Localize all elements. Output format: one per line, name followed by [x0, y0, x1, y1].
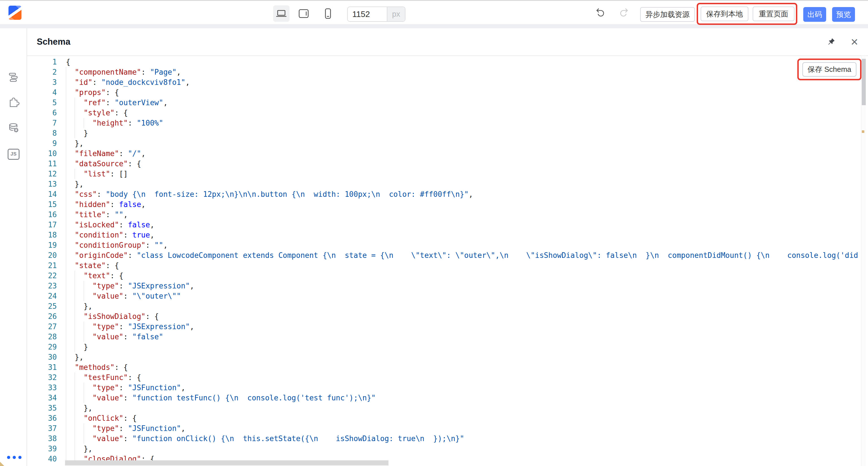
code-line[interactable]: 2 "componentName": "Page", — [27, 67, 863, 77]
line-number[interactable]: 11 — [27, 159, 57, 169]
sidebar-item-js-panel[interactable]: JS — [8, 148, 20, 160]
line-number[interactable]: 13 — [27, 179, 57, 189]
code-line[interactable]: 38 "value": "function onClick() {\n this… — [27, 433, 863, 444]
lowcode-engine-logo-icon[interactable] — [8, 6, 22, 20]
redo-button[interactable] — [619, 7, 629, 18]
line-number[interactable]: 31 — [27, 362, 57, 372]
canvas-width-input[interactable] — [348, 7, 387, 21]
code-line[interactable]: 14 "css": "body {\n font-size: 12px;\n}\… — [27, 189, 863, 199]
code-line[interactable]: 17 "isLocked": false, — [27, 220, 863, 230]
code-line[interactable]: 16 "title": "", — [27, 210, 863, 220]
device-phone-button[interactable] — [322, 7, 334, 20]
code-line[interactable]: 12 "list": [] — [27, 169, 863, 179]
code-line[interactable]: 39 }, — [27, 444, 863, 454]
line-number[interactable]: 29 — [27, 342, 57, 352]
code-line[interactable]: 22 "text": { — [27, 271, 863, 281]
line-number[interactable]: 33 — [27, 382, 57, 393]
line-number[interactable]: 12 — [27, 169, 57, 179]
code-line[interactable]: 28 "value": "false" — [27, 332, 863, 342]
close-icon[interactable]: × — [849, 36, 860, 48]
schema-code-editor[interactable]: 1{2 "componentName": "Page",3 "id": "nod… — [27, 56, 868, 466]
line-number[interactable]: 36 — [27, 413, 57, 423]
code-line[interactable]: 30 }, — [27, 352, 863, 362]
code-line[interactable]: 20 "originCode": "class LowcodeComponent… — [27, 250, 863, 260]
code-line[interactable]: 37 "type": "JSFunction", — [27, 423, 863, 433]
line-number[interactable]: 34 — [27, 393, 57, 403]
code-line[interactable]: 18 "condition": true, — [27, 230, 863, 240]
code-line[interactable]: 21 "state": { — [27, 260, 863, 271]
outcode-button[interactable]: 出码 — [803, 7, 826, 22]
code-line[interactable]: 6 "style": { — [27, 108, 863, 118]
line-number[interactable]: 16 — [27, 210, 57, 220]
code-line[interactable]: 11 "dataSource": { — [27, 159, 863, 169]
preview-button[interactable]: 预览 — [832, 7, 855, 22]
code-line[interactable]: 1{ — [27, 57, 863, 67]
line-number[interactable]: 5 — [27, 98, 57, 108]
line-number[interactable]: 35 — [27, 403, 57, 413]
line-number[interactable]: 17 — [27, 220, 57, 230]
line-number[interactable]: 3 — [27, 77, 57, 87]
line-number[interactable]: 9 — [27, 138, 57, 149]
code-line[interactable]: 36 "onClick": { — [27, 413, 863, 423]
sidebar-more-button[interactable] — [7, 456, 22, 459]
pin-panel-button[interactable] — [826, 37, 836, 46]
save-schema-button[interactable]: 保存 Schema — [802, 62, 857, 76]
line-number[interactable]: 1 — [27, 57, 57, 67]
code-line[interactable]: 24 "value": "\"outer\"" — [27, 291, 863, 301]
code-line[interactable]: 23 "type": "JSExpression", — [27, 281, 863, 291]
sidebar-item-outline-tree[interactable] — [8, 71, 20, 83]
line-number[interactable]: 40 — [27, 454, 57, 464]
code-line[interactable]: 34 "value": "function testFunc() {\n con… — [27, 393, 863, 403]
code-line[interactable]: 33 "type": "JSFunction", — [27, 382, 863, 393]
code-line[interactable]: 10 "fileName": "/", — [27, 149, 863, 159]
async-load-resource-button[interactable]: 异步加载资源 — [640, 7, 695, 22]
line-number[interactable]: 4 — [27, 87, 57, 98]
code-line[interactable]: 27 "type": "JSExpression", — [27, 321, 863, 332]
line-number[interactable]: 30 — [27, 352, 57, 362]
vertical-scrollbar-thumb[interactable] — [862, 59, 866, 105]
save-to-local-button[interactable]: 保存到本地 — [701, 6, 748, 21]
line-number[interactable]: 21 — [27, 260, 57, 271]
line-number[interactable]: 20 — [27, 250, 57, 260]
device-tablet-button[interactable] — [298, 7, 310, 20]
line-number[interactable]: 22 — [27, 271, 57, 281]
line-number[interactable]: 7 — [27, 118, 57, 128]
code-line[interactable]: 5 "ref": "outerView", — [27, 98, 863, 108]
sidebar-item-components[interactable] — [8, 96, 20, 108]
line-number[interactable]: 24 — [27, 291, 57, 301]
sidebar-item-datasource[interactable] — [8, 122, 20, 134]
line-number[interactable]: 27 — [27, 321, 57, 332]
line-number[interactable]: 37 — [27, 423, 57, 433]
line-number[interactable]: 19 — [27, 240, 57, 250]
code-line[interactable]: 8 } — [27, 128, 863, 138]
line-number[interactable]: 8 — [27, 128, 57, 138]
line-number[interactable]: 15 — [27, 199, 57, 210]
horizontal-scrollbar-thumb[interactable] — [65, 460, 389, 465]
code-line[interactable]: 3 "id": "node_dockcviv8fo1", — [27, 77, 863, 87]
line-number[interactable]: 38 — [27, 433, 57, 444]
code-line[interactable]: 7 "height": "100%" — [27, 118, 863, 128]
line-number[interactable]: 18 — [27, 230, 57, 240]
line-number[interactable]: 14 — [27, 189, 57, 199]
code-line[interactable]: 26 "isShowDialog": { — [27, 311, 863, 321]
code-line[interactable]: 15 "hidden": false, — [27, 199, 863, 210]
line-number[interactable]: 6 — [27, 108, 57, 118]
line-number[interactable]: 10 — [27, 149, 57, 159]
undo-button[interactable] — [595, 7, 605, 18]
device-desktop-button[interactable] — [273, 5, 289, 22]
code-line[interactable]: 29 } — [27, 342, 863, 352]
code-line[interactable]: 13 }, — [27, 179, 863, 189]
code-line[interactable]: 32 "testFunc": { — [27, 372, 863, 382]
line-number[interactable]: 25 — [27, 301, 57, 311]
code-line[interactable]: 4 "props": { — [27, 87, 863, 98]
code-line[interactable]: 35 }, — [27, 403, 863, 413]
line-number[interactable]: 32 — [27, 372, 57, 382]
line-number[interactable]: 39 — [27, 444, 57, 454]
vertical-scrollbar[interactable] — [861, 56, 866, 466]
line-number[interactable]: 28 — [27, 332, 57, 342]
line-number[interactable]: 23 — [27, 281, 57, 291]
code-line[interactable]: 31 "methods": { — [27, 362, 863, 372]
line-number[interactable]: 26 — [27, 311, 57, 321]
reset-page-button[interactable]: 重置页面 — [753, 6, 795, 21]
code-line[interactable]: 9 }, — [27, 138, 863, 149]
